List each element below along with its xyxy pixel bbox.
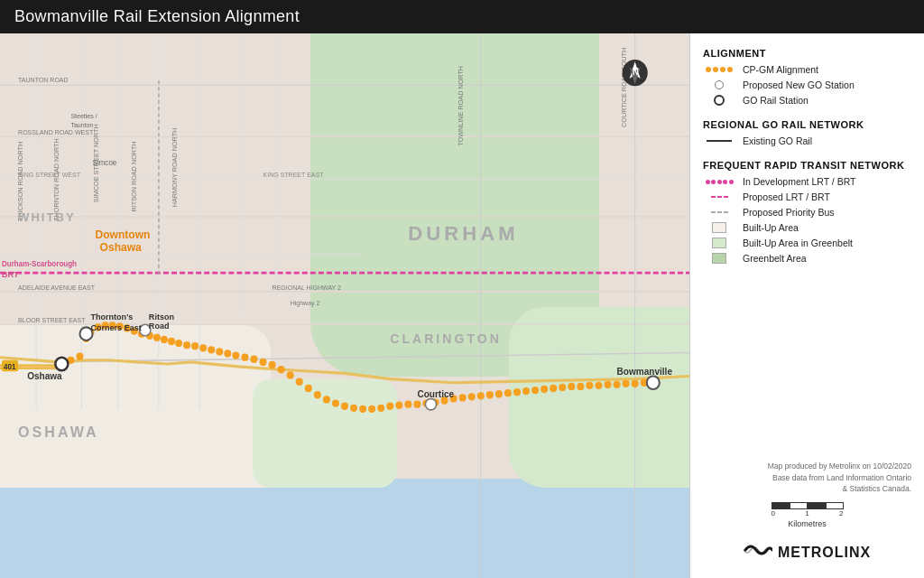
- svg-line-7: [45, 352, 689, 361]
- svg-point-35: [153, 334, 161, 341]
- scale-label: Kilometres: [788, 519, 827, 528]
- svg-point-71: [468, 393, 476, 400]
- svg-point-62: [386, 403, 393, 410]
- svg-text:Thornton's: Thornton's: [91, 312, 134, 322]
- go-station-symbol: [703, 95, 735, 106]
- svg-point-24: [76, 352, 83, 359]
- frtn-section-title: FREQUENT RAPID TRANSIT NETWORK: [703, 160, 911, 171]
- greenbelt-label: Greenbelt Area: [743, 253, 807, 264]
- svg-text:COURTICE ROAD SOUTH: COURTICE ROAD SOUTH: [621, 48, 628, 127]
- svg-text:Simcoe: Simcoe: [93, 158, 117, 166]
- svg-point-46: [241, 354, 248, 361]
- svg-point-80: [550, 385, 557, 392]
- svg-point-64: [404, 401, 411, 408]
- svg-point-75: [504, 389, 512, 396]
- svg-point-88: [623, 380, 630, 387]
- svg-point-37: [168, 338, 175, 345]
- scale-line: [772, 502, 844, 509]
- svg-text:BLOOR STREET EAST: BLOOR STREET EAST: [18, 317, 86, 324]
- svg-text:THORNTON ROAD NORTH: THORNTON ROAD NORTH: [53, 138, 60, 221]
- svg-point-65: [413, 401, 420, 408]
- svg-text:WHITBY: WHITBY: [18, 210, 76, 224]
- go-station-label: GO Rail Station: [743, 95, 808, 106]
- proposed-go-label: Proposed New GO Station: [743, 79, 855, 90]
- svg-point-38: [175, 340, 182, 347]
- svg-text:BRT: BRT: [2, 270, 19, 279]
- cp-gm-label: CP-GM Alignment: [743, 64, 818, 75]
- cp-gm-item: CP-GM Alignment: [703, 64, 911, 75]
- svg-point-73: [486, 391, 494, 398]
- svg-point-52: [296, 378, 303, 386]
- svg-text:DURHAM: DURHAM: [408, 221, 518, 244]
- metrolinx-text: METROLINX: [778, 545, 871, 561]
- legend-panel: ALIGNMENT CP-GM Alignment Proposed New G: [689, 33, 924, 578]
- svg-point-54: [314, 391, 321, 398]
- proposed-priority-item: Proposed Priority Bus: [703, 207, 911, 218]
- in-dev-lrt-label: In Development LRT / BRT: [743, 176, 855, 187]
- scale-numbers: 0 1 2: [772, 509, 844, 517]
- builtup-item: Built-Up Area: [703, 222, 911, 233]
- svg-text:ROSSLAND ROAD WEST: ROSSLAND ROAD WEST: [18, 129, 94, 136]
- svg-point-55: [323, 396, 330, 403]
- svg-text:Oshawa: Oshawa: [27, 370, 62, 380]
- svg-point-92: [55, 358, 68, 371]
- svg-point-42: [208, 346, 215, 353]
- existing-go-item: Existing GO Rail: [703, 135, 911, 146]
- cp-gm-symbol: [703, 67, 735, 72]
- svg-point-59: [359, 406, 366, 413]
- svg-point-40: [191, 342, 199, 350]
- metrolinx-logo: METROLINX: [703, 541, 911, 564]
- svg-point-63: [395, 402, 402, 409]
- svg-point-57: [341, 403, 348, 410]
- svg-point-96: [647, 376, 660, 389]
- svg-point-85: [595, 382, 602, 389]
- svg-text:REGIONAL HIGHWAY 2: REGIONAL HIGHWAY 2: [273, 284, 341, 292]
- proposed-lrt-label: Proposed LRT / BRT: [743, 191, 830, 202]
- svg-point-60: [368, 406, 375, 413]
- svg-point-58: [350, 405, 357, 412]
- svg-point-79: [541, 386, 548, 393]
- svg-point-41: [199, 344, 207, 351]
- svg-point-36: [161, 336, 168, 343]
- builtup-greenbelt-symbol: [703, 238, 735, 248]
- svg-point-56: [332, 399, 339, 406]
- proposed-go-symbol: [703, 80, 735, 89]
- svg-text:Oshawa: Oshawa: [100, 241, 142, 254]
- greenbelt-item: Greenbelt Area: [703, 253, 911, 264]
- proposed-lrt-symbol: [703, 196, 735, 198]
- scale-bar: 0 1 2 Kilometres: [703, 502, 911, 528]
- svg-text:Taunton: Taunton: [70, 122, 93, 129]
- svg-point-47: [250, 356, 257, 363]
- proposed-priority-label: Proposed Priority Bus: [743, 207, 835, 218]
- title-bar: Bowmanville Rail Extension Alignment: [0, 0, 924, 33]
- regional-section-title: REGIONAL GO RAIL NETWORK: [703, 119, 911, 130]
- metrolinx-logo-icon: [744, 541, 772, 559]
- svg-point-70: [459, 394, 467, 401]
- svg-point-87: [614, 381, 621, 388]
- in-dev-lrt-item: In Development LRT / BRT: [703, 176, 911, 187]
- proposed-priority-symbol: [703, 211, 735, 213]
- svg-text:401: 401: [4, 363, 16, 371]
- svg-point-86: [605, 381, 612, 388]
- svg-text:RITSON ROAD NORTH: RITSON ROAD NORTH: [131, 141, 138, 211]
- svg-point-84: [586, 382, 593, 389]
- proposed-lrt-item: Proposed LRT / BRT: [703, 191, 911, 202]
- app: Bowmanville Rail Extension Alignment: [0, 0, 924, 578]
- svg-point-49: [269, 361, 276, 368]
- scale-seg-2: [790, 502, 808, 509]
- svg-text:OSHAWA: OSHAWA: [18, 424, 99, 440]
- svg-text:Highway 2: Highway 2: [291, 300, 320, 307]
- svg-point-43: [216, 348, 223, 355]
- map-credit: Map produced by Metrolinx on 10/02/2020B…: [768, 461, 911, 494]
- svg-point-82: [568, 383, 575, 390]
- svg-text:HARMONY ROAD NORTH: HARMONY ROAD NORTH: [171, 128, 179, 208]
- svg-point-44: [224, 350, 231, 357]
- svg-text:KING STREET WEST: KING STREET WEST: [18, 172, 81, 179]
- go-station-item: GO Rail Station: [703, 95, 911, 106]
- svg-point-83: [577, 383, 584, 390]
- metrolinx-icon: [744, 541, 772, 564]
- svg-point-74: [495, 390, 503, 397]
- scale-num-1: 1: [805, 509, 808, 517]
- scale-seg-3: [808, 502, 826, 509]
- svg-point-72: [477, 392, 485, 399]
